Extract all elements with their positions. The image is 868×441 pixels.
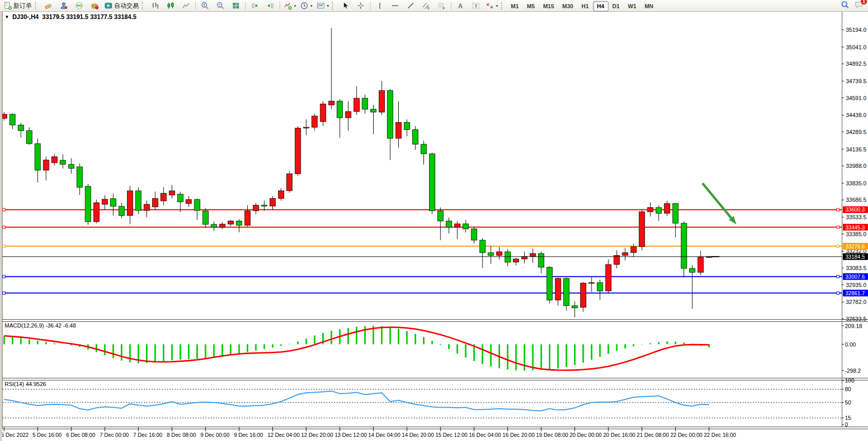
indicators-button[interactable]: ▾ (282, 0, 298, 11)
signals-icon (75, 2, 83, 10)
rsi-label: RSI(14) 44.9526 (5, 381, 46, 387)
horizontal-line-icon (391, 2, 399, 10)
templates-button[interactable]: ▾ (315, 0, 331, 11)
autotrading-icon (104, 2, 113, 10)
svg-text:34591.0: 34591.0 (846, 95, 866, 101)
svg-text:33988.0: 33988.0 (846, 163, 866, 169)
autoscroll-button[interactable] (247, 0, 263, 11)
svg-text:15 Dec 12:00: 15 Dec 12:00 (435, 432, 468, 438)
svg-text:33007.6: 33007.6 (845, 274, 865, 280)
vertical-line-button[interactable] (372, 0, 387, 11)
price-line-33276.6[interactable]: 33276.6 (3, 243, 868, 250)
price-line-33445.3[interactable]: 33445.3 (3, 224, 868, 231)
timeframe-W1[interactable]: W1 (624, 1, 641, 11)
toolbar-separator (280, 2, 280, 10)
periods-button[interactable]: ▾ (298, 0, 315, 11)
macd-label: MACD(12,26,9) -36.42 -6.48 (5, 322, 76, 329)
zoom-out-button[interactable] (213, 0, 228, 11)
svg-text:21 Dec 08:00: 21 Dec 08:00 (637, 432, 669, 438)
channel-button[interactable]: E (418, 0, 434, 11)
macd-pane: 209.180.00-298.2 (4, 323, 862, 374)
svg-text:15: 15 (845, 415, 851, 421)
new-order-button[interactable]: 新订单 (2, 0, 34, 11)
styler-icon (44, 2, 52, 10)
price-line-33007.6[interactable]: 33007.6 (3, 273, 868, 280)
candlestick-button[interactable] (163, 0, 178, 11)
crosshair-button[interactable] (353, 0, 368, 11)
chart-symbol-period: DJ30-,H4 (12, 13, 39, 21)
search-button[interactable] (841, 1, 849, 11)
horizontal-line-button[interactable] (387, 0, 403, 11)
svg-text:F: F (443, 7, 445, 10)
trendline-button[interactable] (403, 0, 418, 11)
svg-text:7 Dec 00:00: 7 Dec 00:00 (100, 432, 129, 438)
svg-text:34438.0: 34438.0 (846, 112, 866, 118)
window-frame (0, 11, 2, 441)
templates-caret: ▾ (327, 4, 329, 8)
line-chart-button[interactable] (178, 0, 194, 11)
indicators-caret: ▾ (294, 4, 296, 8)
autotrading-label: 自动交易 (114, 2, 139, 10)
tile-windows-button[interactable] (228, 0, 244, 11)
bar-chart-button[interactable] (147, 0, 163, 11)
svg-text:32935.0: 32935.0 (846, 282, 866, 288)
autotrading-button[interactable]: 自动交易 (102, 0, 141, 11)
fibonacci-button[interactable]: F (434, 0, 449, 11)
toolbar-separator (195, 2, 196, 10)
styler-button[interactable] (41, 0, 56, 11)
timeframe-D1[interactable]: D1 (608, 1, 624, 11)
timeframe-M1[interactable]: M1 (507, 1, 523, 11)
svg-text:9 Dec 16:00: 9 Dec 16:00 (234, 432, 263, 438)
svg-text:34892.5: 34892.5 (846, 61, 866, 67)
signals-button[interactable] (71, 0, 87, 11)
svg-text:209.18: 209.18 (845, 323, 862, 329)
bar-chart-icon (151, 2, 159, 10)
timeframe-M30[interactable]: M30 (558, 1, 577, 11)
market-button[interactable] (87, 0, 102, 11)
svg-text:-298.2: -298.2 (845, 368, 861, 374)
svg-text:0: 0 (845, 421, 848, 428)
text-label-icon: T (472, 2, 480, 10)
annotation-arrow[interactable] (703, 183, 736, 224)
timeframe-MN[interactable]: MN (640, 1, 657, 11)
svg-text:33533.5: 33533.5 (846, 214, 866, 220)
one-click-expand-icon[interactable]: ▼ (5, 14, 9, 20)
profile-button[interactable] (56, 0, 71, 11)
timeframe-M5[interactable]: M5 (523, 1, 539, 11)
cursor-button[interactable] (338, 0, 353, 11)
text-button[interactable]: A (453, 0, 468, 11)
profile-icon (60, 2, 68, 10)
svg-text:32633.5: 32633.5 (846, 316, 866, 322)
svg-text:34289.5: 34289.5 (846, 129, 866, 135)
price-line-32861.7[interactable]: 32861.7 (3, 290, 868, 296)
arrows-button[interactable]: ▾ (484, 0, 500, 11)
svg-text:34739.5: 34739.5 (846, 78, 866, 84)
text-label-button[interactable]: T (468, 0, 484, 11)
svg-text:33835.0: 33835.0 (846, 180, 866, 186)
rsi-pane: 1008050150 (3, 377, 854, 428)
toolbar-separator (245, 2, 246, 10)
timeframe-H1[interactable]: H1 (577, 1, 593, 11)
svg-text:T: T (475, 4, 478, 9)
svg-text:50: 50 (845, 399, 851, 406)
svg-text:34136.5: 34136.5 (846, 146, 866, 152)
zoom-in-button[interactable] (197, 0, 213, 11)
text-icon: A (456, 2, 465, 10)
svg-text:A: A (458, 3, 463, 10)
periods-caret: ▾ (310, 4, 312, 8)
price-chart[interactable]: 35194.035041.034892.534739.534591.034438… (0, 0, 868, 441)
svg-text:16 Dec 20:00: 16 Dec 20:00 (503, 432, 535, 438)
new-order-label: 新订单 (13, 2, 32, 10)
svg-text:33184.5: 33184.5 (845, 254, 865, 260)
svg-text:14 Dec 20:00: 14 Dec 20:00 (402, 432, 434, 438)
svg-text:16 Dec 04:00: 16 Dec 04:00 (469, 432, 501, 438)
tile-windows-icon (232, 2, 240, 10)
main-toolbar: 新订单 自动交易 (0, 0, 868, 12)
svg-text:22 Dec 16:00: 22 Dec 16:00 (704, 432, 736, 438)
timeframe-M15[interactable]: M15 (539, 1, 558, 11)
chart-shift-button[interactable] (263, 0, 278, 11)
timeframe-H4[interactable]: H4 (593, 1, 608, 11)
chat-button[interactable]: 1 (855, 1, 864, 11)
cursor-icon (341, 2, 349, 10)
svg-text:19 Dec 08:00: 19 Dec 08:00 (536, 432, 568, 438)
